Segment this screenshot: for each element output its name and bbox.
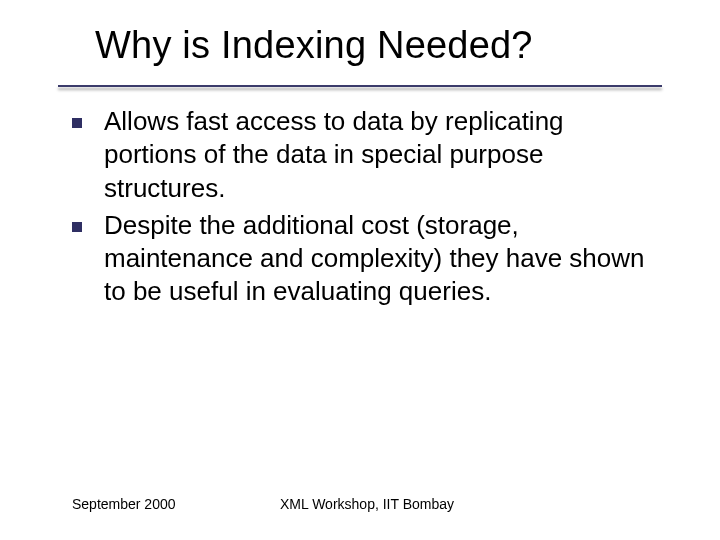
square-bullet-icon (72, 118, 82, 128)
slide: Why is Indexing Needed? Allows fast acce… (0, 0, 720, 540)
footer-venue: XML Workshop, IIT Bombay (280, 496, 454, 512)
list-item: Despite the additional cost (storage, ma… (72, 209, 662, 309)
square-bullet-icon (72, 222, 82, 232)
list-item: Allows fast access to data by replicatin… (72, 105, 662, 205)
title-area: Why is Indexing Needed? (95, 24, 655, 67)
bullet-text: Allows fast access to data by replicatin… (104, 105, 662, 205)
bullet-text: Despite the additional cost (storage, ma… (104, 209, 662, 309)
slide-title: Why is Indexing Needed? (95, 24, 655, 67)
slide-body: Allows fast access to data by replicatin… (72, 105, 662, 313)
title-underline (58, 85, 662, 87)
footer-date: September 2000 (72, 496, 176, 512)
